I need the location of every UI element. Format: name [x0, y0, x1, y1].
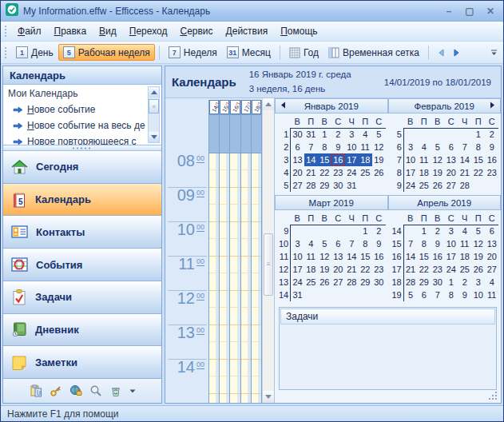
date-cell[interactable]: 31: [291, 289, 304, 301]
day-column-15/1[interactable]: 15/1: [219, 100, 229, 403]
date-cell[interactable]: 13: [331, 250, 345, 263]
day-column-header[interactable]: 16/1: [230, 100, 240, 114]
day-column-18/1[interactable]: 18/1: [251, 100, 262, 403]
date-cell[interactable]: 5: [471, 225, 485, 237]
date-cell[interactable]: 5: [403, 289, 417, 301]
date-cell[interactable]: 6: [291, 141, 304, 153]
date-cell[interactable]: 3: [444, 225, 458, 237]
date-cell[interactable]: 5: [431, 141, 444, 153]
date-cell[interactable]: 17: [291, 263, 304, 276]
date-cell[interactable]: 25: [304, 276, 318, 289]
tasks-header[interactable]: Задачи: [280, 309, 495, 324]
date-cell[interactable]: 19: [431, 166, 444, 179]
date-cell[interactable]: 2: [458, 276, 471, 289]
timegrid-scroll-down-icon[interactable]: [263, 391, 274, 403]
day-column-grid[interactable]: [252, 153, 261, 403]
date-cell[interactable]: 1: [417, 225, 431, 237]
day-column-grid[interactable]: [209, 153, 219, 403]
date-cell[interactable]: 29: [359, 276, 372, 289]
date-cell[interactable]: 30: [291, 128, 304, 141]
shortcut-link[interactable]: Новое повторяющееся с: [8, 133, 145, 145]
date-cell[interactable]: 26: [372, 166, 386, 179]
date-cell[interactable]: 15: [359, 250, 372, 263]
date-cell[interactable]: 12: [471, 237, 485, 250]
date-cell[interactable]: 5: [372, 128, 386, 141]
date-cell[interactable]: 6: [485, 225, 498, 237]
date-cell[interactable]: 8: [359, 237, 372, 250]
day-column-header[interactable]: 15/1: [220, 100, 229, 114]
date-cell[interactable]: 22: [471, 166, 485, 179]
date-cell[interactable]: 12: [318, 250, 331, 263]
maximize-button[interactable]: ▢: [462, 4, 478, 18]
date-cell[interactable]: 30: [372, 276, 386, 289]
resize-grip-icon[interactable]: [487, 390, 498, 401]
menu-item-Сервис[interactable]: Сервис: [173, 23, 219, 39]
forward-arrow-button[interactable]: [449, 47, 465, 58]
date-cell[interactable]: 23: [431, 263, 444, 276]
date-cell[interactable]: 10: [291, 250, 304, 263]
date-cell[interactable]: 7: [403, 237, 417, 250]
date-cell[interactable]: 25: [359, 166, 372, 179]
date-cell[interactable]: 3: [403, 141, 417, 153]
date-cell[interactable]: 22: [417, 263, 431, 276]
date-cell[interactable]: 9: [331, 141, 345, 153]
date-cell[interactable]: 11: [485, 289, 498, 301]
date-cell[interactable]: 17: [444, 250, 458, 263]
minicalendar-title[interactable]: Январь 2019: [275, 98, 388, 113]
date-cell[interactable]: 2: [331, 128, 345, 141]
date-cell[interactable]: 22: [318, 166, 331, 179]
minicalendar-title[interactable]: Март 2019: [275, 195, 388, 210]
menu-item-Действия[interactable]: Действия: [220, 23, 275, 39]
date-cell[interactable]: 17: [403, 166, 417, 179]
caret-down-button[interactable]: [129, 389, 136, 393]
date-cell[interactable]: 12: [431, 153, 444, 166]
hour-row-08[interactable]: 0800: [165, 153, 208, 187]
date-cell[interactable]: 11: [417, 153, 431, 166]
date-cell[interactable]: 16: [372, 250, 386, 263]
prev-month-button[interactable]: [277, 102, 289, 109]
date-cell[interactable]: 19: [372, 153, 386, 166]
toolbar-button-Неделя[interactable]: 7Неделя: [164, 44, 222, 61]
date-cell[interactable]: 20: [291, 166, 304, 179]
date-cell[interactable]: 2: [372, 225, 386, 237]
date-cell[interactable]: 13: [485, 237, 498, 250]
date-cell[interactable]: 14: [345, 250, 359, 263]
date-cell[interactable]: 2: [485, 128, 498, 141]
date-cell[interactable]: 1: [359, 225, 372, 237]
date-cell[interactable]: 16: [431, 250, 444, 263]
date-cell[interactable]: 17: [345, 153, 359, 166]
paste-button[interactable]: [30, 384, 42, 397]
hour-row-13[interactable]: 1300: [165, 324, 208, 359]
all-day-area[interactable]: [241, 114, 251, 153]
date-cell[interactable]: 3: [291, 237, 304, 250]
minicalendar-title[interactable]: Февраль 2019: [388, 98, 502, 113]
date-cell[interactable]: 25: [417, 179, 431, 192]
timegrid-scrollbar[interactable]: ≡: [262, 98, 274, 403]
date-cell[interactable]: 26: [318, 276, 331, 289]
date-cell[interactable]: 4: [458, 225, 471, 237]
back-arrow-button[interactable]: [433, 47, 449, 58]
day-column-16/1[interactable]: 16/1: [229, 100, 240, 403]
date-cell[interactable]: 10: [471, 289, 485, 301]
date-cell[interactable]: 4: [359, 128, 372, 141]
date-cell[interactable]: 28: [304, 179, 318, 192]
menu-item-Правка[interactable]: Правка: [48, 23, 93, 39]
date-cell[interactable]: 29: [417, 276, 431, 289]
date-cell[interactable]: 27: [444, 179, 458, 192]
date-cell[interactable]: 1: [471, 128, 485, 141]
date-cell[interactable]: 14: [403, 250, 417, 263]
date-cell[interactable]: 20: [444, 166, 458, 179]
date-cell[interactable]: 21: [345, 263, 359, 276]
date-cell[interactable]: 27: [291, 179, 304, 192]
date-cell[interactable]: 23: [372, 263, 386, 276]
hour-row-10[interactable]: 1000: [165, 221, 208, 256]
date-cell[interactable]: 11: [458, 237, 471, 250]
menu-item-Помощь[interactable]: Помощь: [274, 23, 323, 39]
minimize-button[interactable]: –: [441, 4, 457, 18]
timegrid-scroll-track[interactable]: ≡: [263, 110, 274, 391]
date-cell[interactable]: 26: [471, 263, 485, 276]
timegrid-scroll-up-icon[interactable]: [263, 98, 274, 110]
date-cell[interactable]: 16: [485, 153, 498, 166]
scroll-up-icon[interactable]: [149, 87, 159, 98]
date-cell[interactable]: 23: [331, 166, 345, 179]
